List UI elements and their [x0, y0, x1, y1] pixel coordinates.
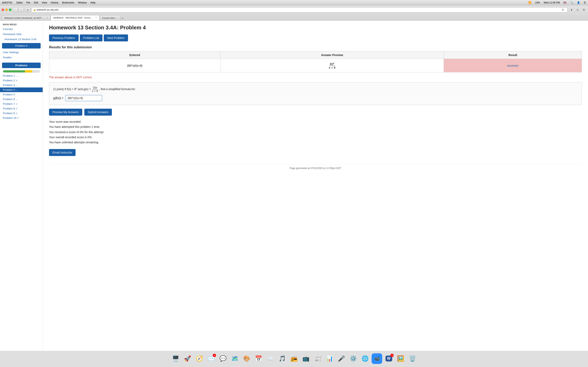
main-menu-title: MAIN MENU — [0, 22, 43, 26]
new-tab-button[interactable]: + — [121, 16, 125, 20]
problem-statement: (1 point) If f(x) = 8x and g(x) = 10x x … — [53, 86, 578, 92]
exponent-x: x — [333, 62, 334, 64]
sidebar-item-problem3[interactable]: Problem 3 ... — [0, 83, 43, 87]
sidebar-item-user-settings[interactable]: User Settings — [0, 50, 43, 55]
sidebar-item-problem8[interactable]: Problem 8 ✓ — [0, 106, 43, 111]
sidebar-item-problem4-active[interactable]: Problem 4 — [2, 43, 41, 49]
sidebar-item-homework-sets[interactable]: Homework Sets — [0, 32, 43, 37]
progress-bar — [3, 70, 40, 73]
col-answer-preview: Answer Preview — [221, 51, 444, 59]
menu-safari[interactable]: Safari — [16, 1, 22, 4]
tab-webwork-warning[interactable]: Webwork (online Homework, do NOT use SAF… — [2, 15, 51, 20]
list-icon[interactable]: ☰ — [584, 1, 586, 4]
flag-icon: 🇺🇸 — [563, 1, 567, 4]
traffic-lights[interactable] — [2, 8, 11, 11]
menu-history[interactable]: History — [51, 1, 58, 4]
fraction-denominator: x + 9 — [328, 66, 336, 69]
downloads-button[interactable]: ⬇ — [569, 7, 574, 12]
problems-section-header: Problems — [2, 63, 41, 68]
tab-webwork-homework[interactable]: WeBWorK : MA109Su2-2020 : Homework_13_Se… — [51, 15, 100, 20]
sidebar-item-problem10[interactable]: Problem 10 ✓ — [0, 116, 43, 120]
score-info: Your score was recorded. You have attemp… — [49, 119, 582, 145]
score-line-4: Your overall recorded score is 0%. — [49, 135, 582, 140]
menu-file[interactable]: File — [26, 1, 30, 4]
browser-tabs: Webwork (online Homework, do NOT use SAF… — [0, 14, 588, 20]
sidebar-item-courses[interactable]: Courses — [0, 26, 43, 32]
answer-input[interactable] — [65, 95, 102, 101]
menu-help[interactable]: Help — [90, 1, 95, 4]
maximize-window-button[interactable] — [9, 8, 11, 11]
reload-button[interactable]: ↻ — [561, 7, 566, 12]
sidebar-item-problem5[interactable]: Problem 5 — [0, 92, 43, 97]
user-icon[interactable]: 👤 — [577, 1, 580, 4]
tab-label: WeBWorK : MA109Su2-2020 : Homework_13_Se… — [53, 17, 94, 19]
progress-bar-container — [0, 69, 43, 73]
col-entered: Entered — [49, 51, 221, 59]
g-numerator: 10x — [93, 86, 98, 90]
forward-button[interactable]: › — [18, 7, 24, 12]
address-bar[interactable]: 🔒 webwork.as.uky.edu ↻ — [31, 7, 568, 12]
close-window-button[interactable] — [2, 8, 4, 11]
table-row: (80^x)/(x+9) 80x x + 9 incorrect — [49, 59, 582, 72]
apple-menu-icon[interactable]: &#63743; — [2, 1, 12, 4]
close-tab-icon[interactable]: ✕ — [95, 17, 97, 19]
problem-list-button[interactable]: Problem List — [80, 34, 103, 42]
score-line-3: You received a score of 0% for this atte… — [49, 130, 582, 135]
results-section-title: Results for this submission — [49, 45, 582, 49]
g-function-fraction: 10x x + 9 — [92, 86, 98, 92]
menu-edit[interactable]: Edit — [34, 1, 38, 4]
problem-nav-buttons: Previous Problem Problem List Next Probl… — [49, 34, 582, 42]
sidebar-item-problem6[interactable]: Problem 6 ... — [0, 97, 43, 101]
sidebar-item-problem1[interactable]: Problem 1 ... — [0, 73, 43, 78]
page-title: Homework 13 Section 3.4A: Problem 4 — [49, 25, 582, 31]
sidebar: MAIN MENU Courses Homework Sets Homework… — [0, 20, 43, 351]
email-instructor-button[interactable]: Email instructor — [49, 149, 76, 156]
wifi-icon: 📶 — [528, 1, 531, 4]
search-icon[interactable]: 🔍 — [570, 1, 573, 4]
sidebar-item-problem9[interactable]: Problem 9 ✓ — [0, 111, 43, 116]
sidebar-item-grades[interactable]: Grades — [0, 55, 43, 60]
back-button[interactable]: ‹ — [13, 7, 18, 12]
menu-bookmarks[interactable]: Bookmarks — [62, 1, 74, 4]
sidebar-item-homework-section[interactable]: Homework 13 Section 3.4A — [0, 37, 43, 42]
sidebar-toggle-button[interactable]: ⊟ — [25, 7, 30, 12]
close-tab-icon[interactable]: ✕ — [46, 17, 48, 19]
progress-gray — [32, 70, 40, 72]
browser-action-icons: ⬇ ⎙ ⧉ — [569, 7, 586, 12]
battery-level: 15% — [535, 1, 540, 4]
progress-green — [3, 70, 25, 72]
action-buttons-row: Preview My Answers Submit Answers — [49, 109, 582, 116]
answer-preview-cell: 80x x + 9 — [221, 59, 444, 72]
answer-row: g(f(x)) = — [53, 95, 578, 101]
lock-icon: 🔒 — [33, 9, 36, 11]
score-line-5: You have unlimited attempts remaining. — [49, 140, 582, 145]
url-text: webwork.as.uky.edu — [36, 8, 59, 11]
submit-answers-button[interactable]: Submit Answers — [84, 109, 112, 116]
menu-view[interactable]: View — [42, 1, 47, 4]
sidebar-item-problem7[interactable]: Problem 7 ✓ — [0, 101, 43, 106]
share-button[interactable]: ⎙ — [575, 7, 580, 12]
close-tab-icon[interactable]: ✕ — [116, 17, 118, 19]
previous-problem-button[interactable]: Previous Problem — [49, 34, 79, 42]
menu-window[interactable]: Window — [78, 1, 87, 4]
sidebar-item-problem2[interactable]: Problem 2 ✓ — [0, 78, 43, 83]
not-correct-message: The answer above is NOT correct. — [49, 76, 582, 79]
page-footer: Page generated at 07/01/2020 at 11:05pm … — [49, 164, 582, 172]
preview-answers-button[interactable]: Preview My Answers — [49, 109, 82, 116]
sidebar-item-problem4[interactable]: Problem 4 ... — [0, 87, 43, 92]
progress-yellow — [25, 70, 32, 72]
next-problem-button[interactable]: Next Problem — [104, 34, 128, 42]
g-denominator: x + 9 — [92, 90, 98, 93]
entered-value: (80^x)/(x+9) — [49, 59, 221, 72]
tab-label: Course Hero — [102, 17, 115, 19]
sidebar-divider — [0, 61, 43, 61]
main-content-area: Homework 13 Section 3.4A: Problem 4 Prev… — [43, 20, 588, 351]
browser-nav-buttons: ‹ › — [13, 7, 24, 12]
fraction-numerator: 80x — [329, 62, 335, 66]
minimize-window-button[interactable] — [5, 8, 8, 11]
results-table: Entered Answer Preview Result (80^x)/(x+… — [49, 51, 582, 72]
copy-button[interactable]: ⧉ — [581, 7, 586, 12]
tab-course-hero[interactable]: Course Hero ✕ — [100, 15, 121, 20]
browser-toolbar: ‹ › ⊟ 🔒 webwork.as.uky.edu ↻ ⬇ ⎙ ⧉ — [0, 5, 588, 14]
fraction-display: 80x x + 9 — [328, 62, 336, 69]
